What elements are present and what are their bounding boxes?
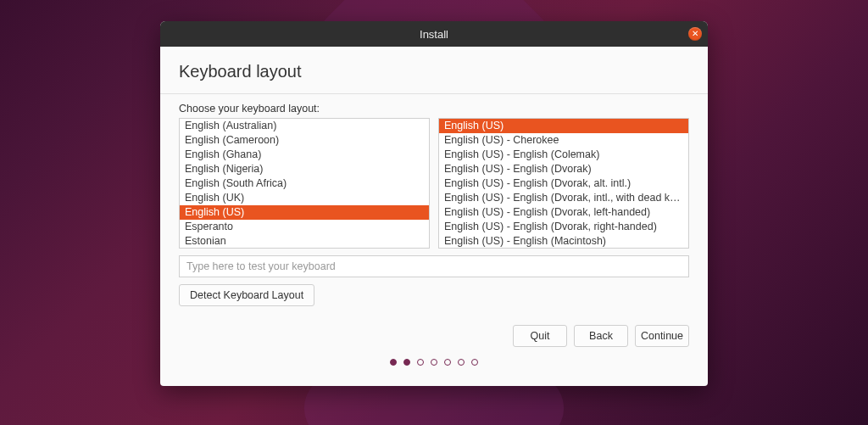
variant-item[interactable]: English (US) - English (Dvorak, intl., w… [439,191,688,205]
quit-button[interactable]: Quit [513,325,567,347]
close-button[interactable]: ✕ [688,27,702,41]
titlebar: Install ✕ [160,21,708,47]
variant-item[interactable]: English (US) - Cherokee [439,133,688,148]
window-title: Install [420,28,448,41]
back-button[interactable]: Back [574,325,628,347]
continue-button[interactable]: Continue [635,325,689,347]
layout-item[interactable]: Estonian [180,234,429,249]
detect-keyboard-button[interactable]: Detect Keyboard Layout [179,284,314,306]
variant-list[interactable]: English (US)English (US) - CherokeeEngli… [438,118,689,249]
footer-buttons: Quit Back Continue [179,325,689,347]
layout-item[interactable]: English (Cameroon) [180,133,429,148]
page-title: Keyboard layout [179,62,689,81]
layout-columns: English (Australian)English (Cameroon)En… [179,118,689,249]
layout-item[interactable]: English (Nigeria) [180,162,429,176]
layout-item[interactable]: English (Australian) [180,119,429,133]
progress-dot [471,359,478,366]
variant-item[interactable]: English (US) - English (Dvorak, left-han… [439,205,688,220]
layout-item[interactable]: English (Ghana) [180,148,429,162]
progress-dot [431,359,437,366]
divider [160,93,708,94]
layout-list[interactable]: English (Australian)English (Cameroon)En… [179,118,430,249]
layout-item[interactable]: English (UK) [180,191,429,205]
variant-item[interactable]: English (US) - English (Macintosh) [439,234,688,249]
close-icon: ✕ [692,30,698,38]
progress-dot [390,359,397,366]
variant-item[interactable]: English (US) - English (Dvorak) [439,162,688,176]
variant-item[interactable]: English (US) [439,119,688,133]
progress-dot [403,359,410,366]
progress-dot [417,359,424,366]
progress-dots [179,347,689,376]
layout-item[interactable]: Esperanto [180,220,429,234]
installer-window: Install ✕ Keyboard layout Choose your ke… [160,21,708,386]
keyboard-test-input[interactable] [179,255,689,277]
progress-dot [444,359,451,366]
layout-item[interactable]: English (US) [180,205,429,220]
content-area: Keyboard layout Choose your keyboard lay… [160,47,708,386]
layout-item[interactable]: English (South Africa) [180,176,429,191]
variant-item[interactable]: English (US) - English (Colemak) [439,148,688,162]
progress-dot [458,359,465,366]
subtitle: Choose your keyboard layout: [179,103,689,115]
variant-item[interactable]: English (US) - English (Dvorak, right-ha… [439,220,688,234]
variant-item[interactable]: English (US) - English (Dvorak, alt. int… [439,176,688,191]
